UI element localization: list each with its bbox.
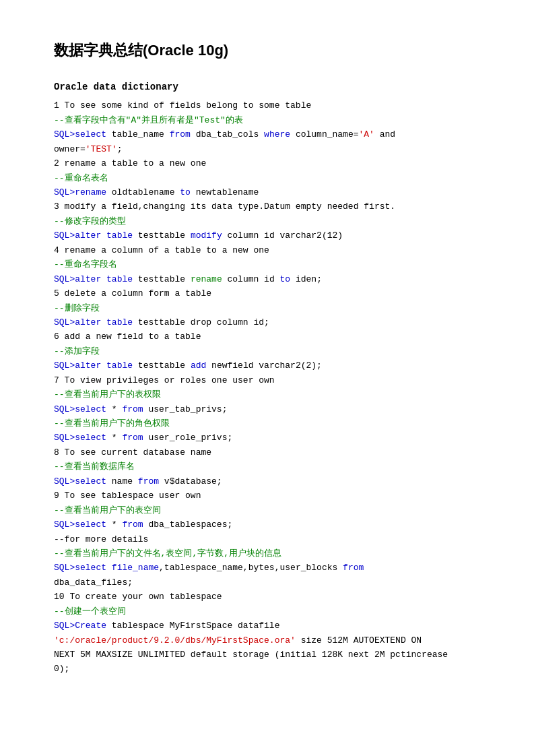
code-line-line30: --for more details: [54, 532, 480, 546]
code-line-line2: --查看字段中含有"A"并且所有者是"Test"的表: [54, 113, 480, 127]
code-line-line37: NEXT 5M MAXSIZE UNLIMITED default storag…: [54, 648, 480, 662]
main-content: Oracle data dictionary: [54, 80, 480, 94]
code-content: 1 To see some kind of fields belong to s…: [54, 98, 480, 676]
code-line-line19: 7 To view privileges or roles one user o…: [54, 373, 480, 387]
code-line-line4: 2 rename a table to a new one: [54, 156, 480, 170]
code-line-line13: 5 delete a column form a table: [54, 286, 480, 301]
code-line-line10: 4 rename a column of a table to a new on…: [54, 243, 480, 257]
code-line-line29: SQL>select * from dba_tablespaces;: [54, 517, 480, 532]
code-line-line28: --查看当前用户下的表空间: [54, 503, 480, 517]
page-title: 数据字典总结(Oracle 10g): [54, 40, 480, 61]
code-line-line18: SQL>alter table testtable add newfield v…: [54, 358, 480, 373]
code-line-line15: SQL>alter table testtable drop column id…: [54, 315, 480, 329]
code-line-line32b: dba_data_files;: [54, 575, 480, 590]
code-line-line8: --修改字段的类型: [54, 214, 480, 228]
code-line-line32: SQL>select file_name,tablespace_name,byt…: [54, 561, 480, 575]
code-line-line35: SQL>Create tablespace MyFirstSpace dataf…: [54, 619, 480, 633]
code-line-line17: --添加字段: [54, 344, 480, 358]
code-line-line31: --查看当前用户下的文件名,表空间,字节数,用户块的信息: [54, 546, 480, 561]
code-line-line21: SQL>select * from user_tab_privs;: [54, 402, 480, 416]
code-line-line11: --重命名字段名: [54, 257, 480, 272]
code-line-line27: 9 To see tablespace user own: [54, 489, 480, 503]
code-line-line23: SQL>select * from user_role_privs;: [54, 431, 480, 445]
code-line-line3b: owner='TEST';: [54, 142, 480, 156]
code-line-line34: --创建一个表空间: [54, 604, 480, 619]
code-line-line38: 0);: [54, 662, 480, 676]
code-line-line6: SQL>rename oldtablename to newtablename: [54, 185, 480, 199]
code-line-line1: 1 To see some kind of fields belong to s…: [54, 98, 480, 113]
code-line-line14: --删除字段: [54, 301, 480, 315]
code-line-line26: SQL>select name from v$database;: [54, 474, 480, 489]
code-line-line33: 10 To create your own tablespace: [54, 590, 480, 604]
code-line-line22: --查看当前用户下的角色权限: [54, 416, 480, 431]
code-line-line7: 3 modify a field,changing its data type.…: [54, 199, 480, 214]
code-line-line3: SQL>select table_name from dba_tab_cols …: [54, 127, 480, 141]
code-line-line24: 8 To see current database name: [54, 445, 480, 460]
code-line-line20: --查看当前用户下的表权限: [54, 387, 480, 402]
section-title: Oracle data dictionary: [54, 80, 480, 94]
code-line-line16: 6 add a new field to a table: [54, 329, 480, 344]
code-line-line5: --重命名表名: [54, 171, 480, 185]
code-line-line12: SQL>alter table testtable rename column …: [54, 272, 480, 286]
code-line-line25: --查看当前数据库名: [54, 460, 480, 474]
code-line-line9: SQL>alter table testtable modify column …: [54, 228, 480, 243]
code-line-line36: 'c:/oracle/product/9.2.0/dbs/MyFirstSpac…: [54, 633, 480, 648]
